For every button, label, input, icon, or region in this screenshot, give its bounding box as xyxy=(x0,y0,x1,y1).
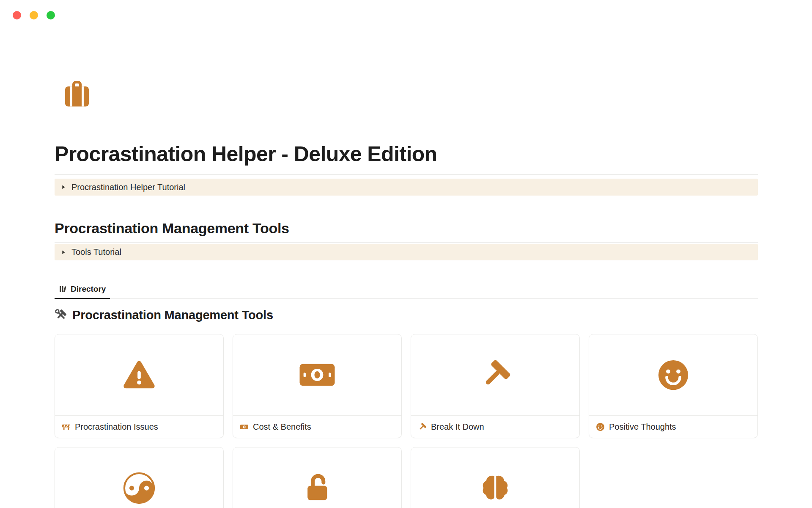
smiley-face-icon xyxy=(657,359,690,392)
briefcase-icon[interactable] xyxy=(60,78,93,111)
close-button[interactable] xyxy=(13,11,21,19)
card-title: Break It Down xyxy=(431,422,484,432)
toggle-arrow-icon[interactable] xyxy=(59,248,68,257)
card-preview xyxy=(55,447,223,508)
yin-yang-icon xyxy=(123,472,156,505)
unlock-icon xyxy=(302,472,333,504)
database-view-tabs: Directory xyxy=(55,280,758,299)
toggle-procrastination-helper-tutorial[interactable]: Procrastination Helper Tutorial xyxy=(55,179,758,196)
card-label: Cost & Benefits xyxy=(233,416,401,438)
window-controls xyxy=(13,11,55,19)
toggle-section-divider: Procrastination Helper Tutorial xyxy=(55,174,758,196)
section-heading: Procrastination Management Tools xyxy=(55,219,758,237)
money-bill-icon xyxy=(240,422,249,431)
toggle-tools-tutorial[interactable]: Tools Tutorial xyxy=(55,244,758,260)
brain-icon xyxy=(479,472,512,505)
zoom-button[interactable] xyxy=(47,11,55,19)
toggle-label: Procrastination Helper Tutorial xyxy=(71,182,185,192)
gallery-title: Procrastination Management Tools xyxy=(72,308,273,322)
card-preview xyxy=(589,334,757,416)
card-title: Cost & Benefits xyxy=(253,422,311,432)
card-preview xyxy=(55,334,223,416)
card-unlock[interactable] xyxy=(233,447,402,508)
card-yin-yang[interactable] xyxy=(55,447,224,508)
card-break-it-down[interactable]: Break It Down xyxy=(411,334,580,438)
toggle-arrow-icon[interactable] xyxy=(59,182,68,192)
tab-directory[interactable]: Directory xyxy=(55,280,110,299)
card-label: Positive Thoughts xyxy=(589,416,757,438)
hammer-and-wrench-icon xyxy=(55,309,67,321)
smiley-face-icon xyxy=(596,422,605,431)
page-title: Procrastination Helper - Deluxe Edition xyxy=(55,141,758,167)
warning-triangle-icon xyxy=(122,358,156,392)
card-positive-thoughts[interactable]: Positive Thoughts xyxy=(589,334,758,438)
card-label: Break It Down xyxy=(411,416,579,438)
money-bill-icon xyxy=(299,363,336,387)
gallery-heading: Procrastination Management Tools xyxy=(55,307,758,323)
card-preview xyxy=(411,334,579,416)
card-cost-and-benefits[interactable]: Cost & Benefits xyxy=(233,334,402,438)
toggle-section-divider: Tools Tutorial xyxy=(55,242,758,260)
card-title: Procrastination Issues xyxy=(75,422,158,432)
hammer-icon xyxy=(479,359,512,392)
gallery-card-grid: Procrastination Issues xyxy=(55,334,758,508)
toggle-label: Tools Tutorial xyxy=(71,247,121,257)
card-preview xyxy=(233,447,401,508)
card-preview xyxy=(233,334,401,416)
card-preview xyxy=(411,447,579,508)
minimize-button[interactable] xyxy=(30,11,38,19)
card-brain[interactable] xyxy=(411,447,580,508)
card-procrastination-issues[interactable]: Procrastination Issues xyxy=(55,334,224,438)
hammer-icon xyxy=(418,422,427,431)
page-content: Procrastination Helper - Deluxe Edition … xyxy=(55,0,758,508)
card-label: Procrastination Issues xyxy=(55,416,223,438)
tab-label: Directory xyxy=(71,284,106,294)
directory-view-icon xyxy=(59,285,67,293)
construction-barrier-icon xyxy=(62,422,71,431)
card-title: Positive Thoughts xyxy=(609,422,676,432)
